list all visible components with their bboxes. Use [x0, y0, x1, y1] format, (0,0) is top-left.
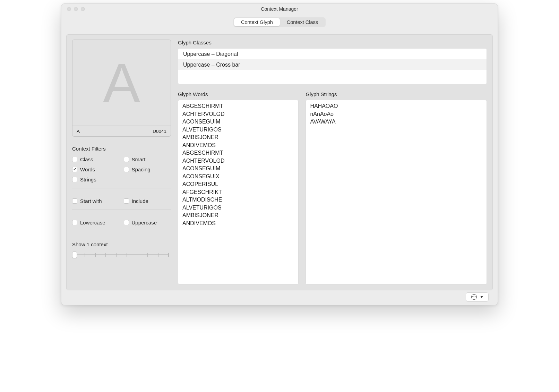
glyph-preview: A: [72, 40, 171, 126]
checkbox-label: Lowercase: [80, 220, 105, 225]
context-manager-window: Context Manager Context Glyph Context Cl…: [61, 3, 498, 305]
glyph-meta: A U0041: [72, 126, 171, 136]
glyph-words-column: Glyph Words ABGESCHIRMTACHTERVOLGDACONSE…: [178, 91, 299, 284]
glyph-word-item[interactable]: AMBISJONER: [178, 134, 298, 142]
checkbox-icon: [124, 220, 129, 225]
checkbox-icon: [72, 220, 77, 225]
checkbox-label: Start with: [80, 198, 102, 204]
glyph-preview-card: A A U0041: [72, 40, 171, 137]
glyph-word-item[interactable]: ACONSEGUIM: [178, 118, 298, 126]
checkbox-icon: [124, 157, 129, 162]
glyph-word-item[interactable]: ABGESCHIRMT: [178, 149, 298, 157]
glyph-strings-column: Glyph Strings HAHAOAOnAnAoAoAVAWAYA: [306, 91, 487, 284]
ellipsis-icon: •••: [471, 294, 477, 300]
glyph-display: A: [103, 55, 140, 111]
checkbox-label: Words: [80, 167, 95, 172]
checkbox-lowercase[interactable]: Lowercase: [72, 220, 120, 225]
checkbox-icon: [124, 198, 129, 204]
divider: [72, 210, 171, 210]
slider-ticks: [74, 253, 169, 257]
tab-bar: Context Glyph Context Class: [61, 14, 498, 30]
checkbox-include[interactable]: Include: [124, 198, 171, 204]
glyph-class-row-empty[interactable]: [178, 70, 487, 81]
glyph-strings-title: Glyph Strings: [306, 91, 487, 97]
glyph-words-list[interactable]: ABGESCHIRMTACHTERVOLGDACONSEGUIMALVETURI…: [178, 100, 299, 284]
checkbox-label: Smart: [132, 156, 146, 162]
minimize-icon[interactable]: [74, 7, 78, 11]
glyph-strings-list[interactable]: HAHAOAOnAnAoAoAVAWAYA: [306, 100, 487, 284]
footer: •••: [66, 290, 493, 301]
checkbox-label: Include: [132, 198, 148, 204]
checkbox-icon: [72, 177, 77, 182]
zoom-icon[interactable]: [81, 7, 85, 11]
slider-label: Show 1 context: [72, 241, 171, 247]
slider-thumb[interactable]: [72, 252, 77, 258]
glyph-string-item[interactable]: AVAWAYA: [306, 118, 487, 126]
checkbox-label: Strings: [80, 177, 96, 182]
window-title: Context Manager: [61, 6, 498, 12]
checkbox-class[interactable]: Class: [72, 156, 120, 162]
checkbox-label: Class: [80, 156, 93, 162]
checkbox-start-with[interactable]: Start with: [72, 198, 120, 204]
checkbox-smart[interactable]: Smart: [124, 156, 171, 162]
left-column: A A U0041 Context Filters Class: [72, 40, 171, 284]
actions-menu-button[interactable]: •••: [466, 292, 489, 301]
filter-grid-3: Lowercase Uppercase: [72, 220, 171, 225]
glyph-unicode: U0041: [153, 129, 166, 134]
glyph-classes-list[interactable]: Uppercase – Diagonal Uppercase – Cross b…: [178, 48, 487, 84]
glyph-name: A: [77, 129, 80, 134]
checkbox-label: Spacing: [132, 167, 150, 172]
glyph-string-item[interactable]: HAHAOAO: [306, 102, 487, 110]
glyph-word-item[interactable]: ABGESCHIRMT: [178, 102, 298, 110]
checkbox-label: Uppercase: [132, 220, 157, 225]
checkbox-words[interactable]: Words: [72, 167, 120, 172]
glyph-string-item[interactable]: nAnAoAo: [306, 110, 487, 118]
glyph-word-item[interactable]: ALVETURIGOS: [178, 204, 298, 212]
checkbox-strings[interactable]: Strings: [72, 177, 120, 182]
close-icon[interactable]: [67, 7, 71, 11]
checkbox-icon: [72, 167, 77, 172]
glyph-word-item[interactable]: AMBISJONER: [178, 212, 298, 220]
checkbox-icon: [72, 157, 77, 162]
glyph-word-item[interactable]: ALVETURIGOS: [178, 126, 298, 134]
traffic-lights: [61, 7, 85, 11]
checkbox-icon: [72, 198, 77, 204]
checkbox-uppercase[interactable]: Uppercase: [124, 220, 171, 225]
glyph-words-title: Glyph Words: [178, 91, 299, 97]
glyph-word-item[interactable]: ACOPERISUL: [178, 180, 298, 188]
right-column: Glyph Classes Uppercase – Diagonal Upper…: [178, 40, 487, 284]
glyph-word-item[interactable]: AFGESCHRIKT: [178, 188, 298, 196]
checkbox-icon: [124, 167, 129, 172]
glyph-word-item[interactable]: ACHTERVOLGD: [178, 110, 298, 118]
context-filters-title: Context Filters: [72, 146, 171, 152]
chevron-down-icon: [480, 296, 483, 298]
filter-grid-2: Start with Include: [72, 198, 171, 204]
divider: [72, 188, 171, 188]
glyph-word-item[interactable]: ALTMODISCHE: [178, 196, 298, 204]
glyph-class-row[interactable]: Uppercase – Cross bar: [178, 59, 487, 70]
context-count-slider[interactable]: [72, 251, 171, 258]
glyph-word-item[interactable]: ANDIVEMOS: [178, 220, 298, 228]
glyph-word-item[interactable]: ACONSEGUIM: [178, 165, 298, 173]
glyph-class-row[interactable]: Uppercase – Diagonal: [178, 49, 487, 59]
glyph-word-item[interactable]: ACONSEGUIX: [178, 173, 298, 181]
tab-context-class[interactable]: Context Class: [280, 18, 325, 26]
glyph-word-item[interactable]: ANDIVEMOS: [178, 142, 298, 150]
checkbox-spacing[interactable]: Spacing: [124, 167, 171, 172]
glyph-classes-title: Glyph Classes: [178, 40, 487, 45]
lower-columns: Glyph Words ABGESCHIRMTACHTERVOLGDACONSE…: [178, 91, 487, 284]
content-area: A A U0041 Context Filters Class: [61, 30, 498, 305]
tab-context-glyph[interactable]: Context Glyph: [234, 18, 280, 26]
glyph-word-item[interactable]: ACHTERVOLGD: [178, 157, 298, 165]
titlebar: Context Manager: [61, 4, 498, 14]
filter-grid-1: Class Smart Words Spacing: [72, 156, 171, 182]
main-panel: A A U0041 Context Filters Class: [66, 34, 493, 290]
segmented-control: Context Glyph Context Class: [233, 17, 326, 27]
